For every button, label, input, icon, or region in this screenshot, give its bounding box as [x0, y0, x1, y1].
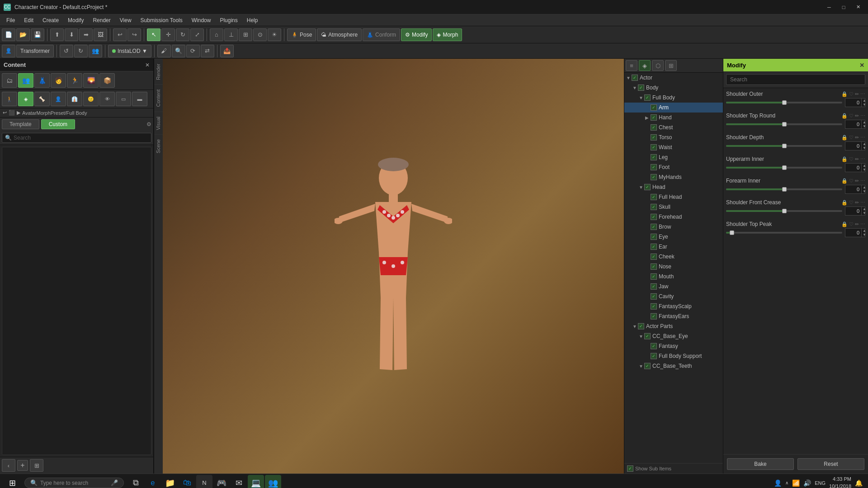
tree-item[interactable]: ✓ Foot [624, 162, 723, 172]
morph-button[interactable]: ◈ Morph [433, 28, 462, 41]
tree-item[interactable]: ▼ ✓ Full Body [624, 93, 723, 103]
content-icon2-acc[interactable]: 👔 [67, 92, 82, 106]
content-icon-scenes[interactable]: 🌄 [83, 73, 99, 88]
morph-heart-icon[interactable]: ♡ [849, 200, 854, 206]
tree-checkbox[interactable]: ✓ [651, 244, 657, 250]
taskbar-chevron-icon[interactable]: ∧ [785, 480, 788, 485]
conform-button[interactable]: 👗 Conform [363, 28, 400, 41]
menu-render[interactable]: Render [88, 14, 115, 26]
morph-decrement-button[interactable]: ▼ [862, 233, 867, 237]
morph-edit-icon[interactable]: ✏ [855, 91, 859, 97]
taskbar-clock[interactable]: 4:33 PM 10/1/2018 [829, 476, 851, 488]
tree-tab-scene[interactable]: ≡ [626, 60, 637, 71]
morph-increment-button[interactable]: ▲ [862, 229, 867, 233]
content-grid-button[interactable]: ⊞ [30, 459, 43, 472]
tree-item[interactable]: ✓ Full Body Support [624, 351, 723, 361]
morph-increment-button[interactable]: ▲ [862, 120, 867, 124]
morph-edit-icon[interactable]: ✏ [855, 113, 859, 119]
tree-tab-mesh[interactable]: ⬡ [652, 60, 664, 71]
tab-settings-button[interactable]: ⚙ [146, 121, 151, 127]
morph-decrement-button[interactable]: ▼ [862, 146, 867, 150]
tree-item[interactable]: ▼ ✓ CC_Base_Eye [624, 331, 723, 341]
morph-lock-icon[interactable]: 🔒 [841, 135, 848, 141]
tree-checkbox[interactable]: ✓ [651, 154, 657, 160]
morph-slider[interactable] [726, 123, 842, 125]
content-icon-poses[interactable]: 🏃 [67, 73, 82, 88]
morph-menu-icon[interactable]: ⋯ [860, 178, 865, 184]
tree-item[interactable]: ✓ MyHands [624, 172, 723, 182]
reset-button[interactable]: Reset [797, 458, 864, 470]
t2-btn3[interactable]: 👥 [89, 45, 102, 57]
tab-custom[interactable]: Custom [41, 119, 75, 129]
export-button[interactable]: ➡ [79, 28, 93, 41]
tab-template[interactable]: Template [2, 119, 39, 129]
redo-button[interactable]: ↪ [127, 28, 141, 41]
menu-help[interactable]: Help [242, 14, 263, 26]
taskbar-notification-icon[interactable]: 🔔 [855, 479, 863, 487]
tree-item[interactable]: ▼ ✓ Actor [624, 73, 723, 83]
taskbar-task-view[interactable]: ⧉ [127, 475, 144, 488]
content-add-button[interactable]: + [17, 460, 28, 471]
tree-item[interactable]: ✓ Torso [624, 132, 723, 142]
modify-close-button[interactable]: ✕ [859, 62, 864, 69]
floor-button[interactable]: ⌂ [210, 28, 223, 41]
morph-value-field[interactable] [845, 121, 861, 128]
tree-checkbox[interactable]: ✓ [638, 84, 644, 91]
morph-heart-icon[interactable]: ♡ [849, 221, 854, 227]
tree-checkbox[interactable]: ✓ [651, 134, 657, 141]
tree-arrow-icon[interactable]: ▼ [639, 364, 644, 369]
tree-item[interactable]: ✓ Forehead [624, 212, 723, 222]
tree-item[interactable]: ✓ Cheek [624, 252, 723, 262]
tree-tab-morph[interactable]: ◈ [639, 60, 651, 71]
tree-arrow-icon[interactable]: ▼ [632, 324, 638, 329]
tree-item[interactable]: ✓ FantasyEars [624, 311, 723, 321]
morph-lock-icon[interactable]: 🔒 [841, 178, 848, 184]
tree-checkbox[interactable]: ✓ [638, 323, 644, 329]
menu-modify[interactable]: Modify [63, 14, 88, 26]
t2-btn1[interactable]: ↺ [60, 45, 73, 57]
import2-button[interactable]: ⬇ [65, 28, 78, 41]
morph-increment-button[interactable]: ▲ [862, 164, 867, 168]
tree-arrow-icon[interactable]: ▼ [626, 75, 632, 80]
tree-checkbox[interactable]: ✓ [651, 124, 657, 131]
t2-paint[interactable]: 🖌 [157, 45, 171, 57]
breadcrumb-back-icon[interactable]: ↩ [3, 110, 7, 116]
morph-slider[interactable] [726, 167, 842, 169]
morph-lock-icon[interactable]: 🔒 [841, 91, 848, 97]
tree-checkbox[interactable]: ✓ [644, 363, 651, 369]
morph-slider[interactable] [726, 188, 842, 190]
morph-menu-icon[interactable]: ⋯ [860, 135, 865, 141]
tree-item[interactable]: ✓ Nose [624, 262, 723, 272]
tree-arrow-icon[interactable]: ▼ [639, 334, 644, 339]
screenshot-button[interactable]: 🖼 [94, 28, 107, 41]
tree-checkbox[interactable]: ✓ [651, 253, 657, 260]
morph-decrement-button[interactable]: ▼ [862, 103, 867, 107]
modify-search-input[interactable] [726, 74, 865, 85]
tree-arrow-icon[interactable]: ▼ [639, 185, 644, 190]
t2-arrows[interactable]: ⇄ [201, 45, 214, 57]
camera-button[interactable]: ⊙ [253, 28, 267, 41]
tree-item[interactable]: ✓ Leg [624, 152, 723, 162]
search-input-wrapper[interactable]: 🔍 Search [2, 133, 151, 143]
content-icon2-body[interactable]: 🦴 [34, 92, 50, 106]
menu-create[interactable]: Create [38, 14, 63, 26]
tree-item[interactable]: ▼ ✓ Actor Parts [624, 321, 723, 331]
t2-refresh[interactable]: ⟳ [186, 45, 200, 57]
tree-checkbox[interactable]: ✓ [651, 194, 657, 200]
morph-menu-icon[interactable]: ⋯ [860, 113, 865, 119]
menu-submission-tools[interactable]: Submission Tools [136, 14, 187, 26]
morph-menu-icon[interactable]: ⋯ [860, 156, 865, 162]
morph-slider[interactable] [726, 145, 842, 147]
morph-heart-icon[interactable]: ♡ [849, 156, 854, 162]
taskbar-speaker-icon[interactable]: 🔊 [803, 479, 811, 487]
tree-arrow-icon[interactable]: ▼ [632, 85, 638, 90]
morph-decrement-button[interactable]: ▼ [862, 189, 867, 193]
content-icon-hair[interactable]: 🧑 [51, 73, 66, 88]
import1-button[interactable]: ⬆ [50, 28, 64, 41]
side-tab-render[interactable]: Render [154, 59, 163, 84]
open-button[interactable]: 📂 [16, 28, 30, 41]
tree-checkbox[interactable]: ✓ [651, 214, 657, 220]
tree-checkbox[interactable]: ✓ [651, 283, 657, 290]
t2-zoom[interactable]: 🔍 [172, 45, 185, 57]
tree-item[interactable]: ▶ ✓ Hand [624, 113, 723, 122]
